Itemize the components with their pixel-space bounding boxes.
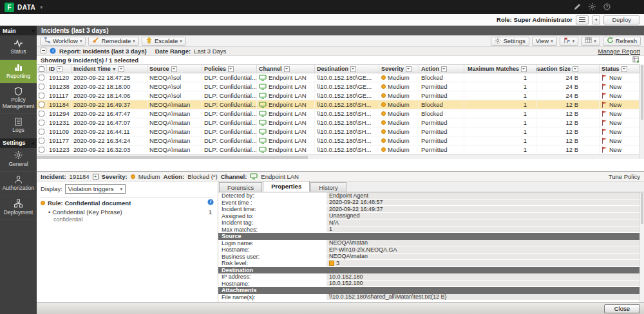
help-icon[interactable]: ? [603,3,611,12]
column-header-id[interactable]: ID [47,65,71,73]
horizontal-scrollbar[interactable] [37,154,639,159]
row-checkbox[interactable] [39,129,44,134]
export-table-icon[interactable] [632,56,640,64]
info-icon[interactable]: i [207,199,214,207]
incident-detail-panel: Incident: 191184 + Severity: Medium Acti… [37,171,644,302]
column-header-status[interactable]: Status [600,65,639,73]
product-menu-caret[interactable]: ▾ [40,5,43,10]
vertical-scrollbar[interactable] [639,64,644,159]
incident-row-191223[interactable]: 1912232020-09-22 16:32:03NEOQA\matanDLP:… [37,145,639,154]
column-filter-icon[interactable] [573,66,578,72]
sidebar-section-main[interactable]: Main◂ [0,26,37,35]
incident-row-191184[interactable]: 1911842020-09-22 16:49:37NEOQA\matanDLP:… [37,100,639,109]
column-header-source[interactable]: Source [147,65,202,73]
row-checkbox[interactable] [39,147,44,152]
property-row: Business user:NEOQA\matan [218,254,639,261]
flags-icon [564,37,571,45]
column-filter-icon[interactable] [521,66,527,72]
column-header-transaction-size[interactable]: Transaction Size [536,65,600,73]
column-header-destination[interactable]: Destination [315,65,379,73]
compose-icon[interactable] [574,3,581,12]
row-checkbox[interactable] [39,111,44,116]
sidebar-item-policy-management[interactable]: Policy Management [0,84,37,114]
trigger-item[interactable]: • Confidential (Key Phrase) 1 [41,208,214,216]
column-header-severity[interactable]: Severity [379,65,419,73]
forcepoint-logo[interactable]: F [5,3,14,12]
incident-row-191117[interactable]: 1911172020-09-22 18:14:06NEOQA\solDLP: C… [37,91,639,100]
incident-row-191177[interactable]: 1911772020-09-22 16:34:24NEOQA\matanDLP:… [37,136,639,145]
deploy-button[interactable]: Deploy [603,15,639,24]
remediate-button[interactable]: Remediate▾ [88,37,138,46]
manage-report-link[interactable]: Manage Report [598,48,640,55]
select-all-checkbox-input[interactable] [39,66,44,72]
column-filter-icon[interactable] [228,66,234,72]
tune-policy-link[interactable]: Tune Policy [609,173,640,180]
policy-management-icon [14,86,23,96]
column-header-incident-time[interactable]: Incident Time▼ [71,65,147,73]
row-checkbox[interactable] [39,102,44,107]
bullet-icon: • [48,208,50,216]
columns-menu-button[interactable]: ▾ [581,37,600,46]
column-header-action[interactable]: Action [419,65,464,73]
sidebar-item-reporting[interactable]: Reporting [0,60,37,84]
view-button[interactable]: View▾ [532,37,557,46]
sidebar-item-general[interactable]: General [0,148,37,172]
escalate-button[interactable]: Escalate▾ [142,37,186,46]
refresh-button[interactable]: Refresh [603,37,641,46]
settings-button[interactable]: Settings [491,37,529,46]
workflow-button[interactable]: Workflow▾ [40,37,86,46]
row-checkbox[interactable] [39,120,44,125]
endpoint-lan-icon [259,147,267,153]
date-range-label: Date Range: [155,48,191,55]
row-checkbox[interactable] [39,84,44,89]
tab-properties[interactable]: Properties [263,181,310,192]
column-filter-icon[interactable] [621,66,627,72]
rule-row[interactable]: Rule: Confidential document i [41,197,214,208]
date-range-value: Last 3 Days [194,48,226,55]
sidebar-item-authorization[interactable]: Authorization [0,172,37,196]
incident-row-191294[interactable]: 1912942020-09-22 16:47:47NEOQA\matanDLP:… [37,109,639,118]
deploy-menu-caret-button[interactable]: ▾ [592,15,601,24]
severity-icon [381,147,386,152]
refresh-icon [607,37,614,45]
top-bar: F DATA ▾ ? [0,0,644,14]
incident-row-191120[interactable]: 1911202020-09-22 18:47:25NEOQA\solDLP: C… [37,73,639,82]
sidebar-section-settings[interactable]: Settings◂ [0,138,37,148]
column-filter-icon[interactable] [171,66,177,72]
expand-incident-icon[interactable]: + [93,174,99,180]
flags-menu-button[interactable]: ▾ [560,37,579,46]
footer-bar: Close [37,302,644,314]
row-checkbox[interactable] [39,93,44,98]
property-row: Detected by:Endpoint Agent [218,192,639,199]
incident-row-191238[interactable]: 1912382020-09-22 18:18:00NEOQA\solDLP: C… [37,82,639,91]
column-filter-icon[interactable] [441,66,447,72]
select-all-checkbox[interactable] [37,65,47,73]
tab-history[interactable]: History [310,182,346,192]
toolbar: Workflow▾ Remediate▾ Escalate▾ Settings … [37,35,644,47]
sidebar-item-status[interactable]: Status [0,35,37,60]
sidebar-item-logs[interactable]: Logs [0,114,37,138]
incident-label: Incident: [41,173,66,180]
incident-row-191109[interactable]: 1911092020-09-22 16:44:11NEOQA\matanDLP:… [37,127,639,136]
column-filter-icon[interactable] [118,66,124,72]
list-view-button[interactable] [576,15,589,24]
row-checkbox[interactable] [39,75,44,80]
column-header-maximum-matches[interactable]: Maximum Matches [464,65,536,73]
column-header-policies[interactable]: Policies [202,65,257,73]
properties-scrollbar[interactable] [639,192,644,302]
display-select[interactable]: Violation triggers▾ [65,184,126,194]
column-filter-icon[interactable] [350,66,356,72]
column-filter-icon[interactable] [57,66,62,72]
table-filler [37,159,644,171]
gear-icon[interactable] [589,3,596,12]
column-header-channel[interactable]: Channel [257,65,315,73]
tab-forensics[interactable]: Forensics [219,182,262,192]
column-filter-icon[interactable] [284,66,290,72]
incident-row-191231[interactable]: 1912312020-09-22 16:47:07NEOQA\matanDLP:… [37,118,639,127]
table-body: 1911202020-09-22 18:47:25NEOQA\solDLP: C… [37,73,639,154]
collapse-report-icon[interactable] [41,48,46,55]
sidebar-item-deployment[interactable]: Deployment [0,196,37,221]
row-checkbox[interactable] [39,138,44,143]
column-filter-icon[interactable] [406,66,412,72]
close-button[interactable]: Close [604,304,640,313]
